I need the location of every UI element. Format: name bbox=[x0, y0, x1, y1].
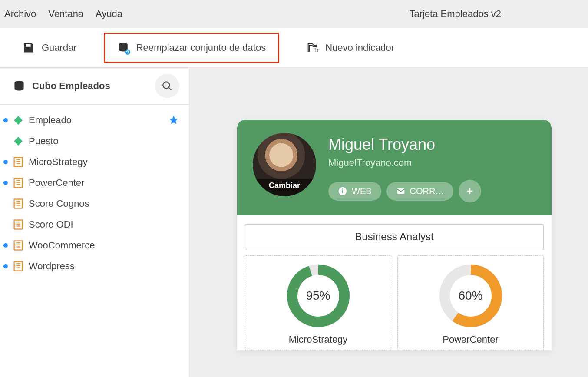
metric-icon bbox=[12, 218, 24, 231]
gauge-chart: 60% bbox=[436, 261, 505, 331]
new-indicator-label: Nuevo indicador bbox=[325, 42, 394, 53]
sidebar-item-label: Score Cognos bbox=[29, 198, 179, 209]
employee-site: MiguelTroyano.com bbox=[328, 157, 481, 169]
replace-dataset-button[interactable]: Reemplazar conjunto de datos bbox=[104, 33, 279, 63]
cube-icon bbox=[13, 80, 25, 92]
gauge-chart: 95% bbox=[284, 261, 353, 331]
info-icon bbox=[338, 186, 347, 196]
sidebar-item-score-odi[interactable]: Score ODI bbox=[0, 214, 189, 235]
search-button[interactable] bbox=[155, 74, 179, 98]
gauge-label: MicroStrategy bbox=[245, 334, 391, 345]
sidebar-item-score-cognos[interactable]: Score Cognos bbox=[0, 193, 189, 214]
sidebar-item-microstrategy[interactable]: MicroStrategy bbox=[0, 152, 189, 172]
svg-point-5 bbox=[163, 82, 169, 88]
sidebar-item-woocommerce[interactable]: WooCommerce bbox=[0, 235, 189, 256]
star-icon[interactable] bbox=[168, 115, 179, 126]
sidebar: Cubo Empleados EmpleadoPuestoMicroStrate… bbox=[0, 68, 189, 377]
metric-icon bbox=[12, 198, 24, 210]
metric-icon bbox=[12, 239, 24, 251]
sidebar-header: Cubo Empleados bbox=[0, 68, 189, 105]
active-dot-icon bbox=[3, 264, 8, 268]
attribute-icon bbox=[12, 135, 24, 147]
save-button[interactable]: Guardar bbox=[13, 36, 86, 60]
svg-rect-7 bbox=[14, 116, 23, 125]
replace-dataset-label: Reemplazar conjunto de datos bbox=[136, 42, 266, 53]
card-header: Cambiar Miguel Troyano MiguelTroyano.com… bbox=[237, 120, 552, 215]
plus-icon bbox=[465, 186, 475, 196]
employee-card: Cambiar Miguel Troyano MiguelTroyano.com… bbox=[237, 120, 552, 350]
menu-ventana[interactable]: Ventana bbox=[48, 8, 83, 20]
save-icon bbox=[23, 42, 35, 54]
page-title: Tarjeta Empleados v2 bbox=[409, 8, 501, 20]
chip-row: WEB CORR… bbox=[328, 180, 481, 202]
search-icon bbox=[162, 80, 173, 92]
web-chip-label: WEB bbox=[352, 186, 372, 196]
canvas: Cambiar Miguel Troyano MiguelTroyano.com… bbox=[189, 68, 588, 377]
new-indicator-button[interactable]: fx Nuevo indicador bbox=[297, 36, 404, 60]
sidebar-item-label: MicroStrategy bbox=[29, 156, 179, 168]
active-dot-icon bbox=[3, 181, 8, 185]
attribute-icon bbox=[12, 114, 24, 126]
database-refresh-icon bbox=[117, 42, 129, 54]
employee-name: Miguel Troyano bbox=[328, 136, 481, 154]
menu-archivo[interactable]: Archivo bbox=[4, 8, 36, 20]
gauge-label: PowerCenter bbox=[398, 334, 543, 345]
sidebar-list: EmpleadoPuestoMicroStrategyPowerCenterSc… bbox=[0, 105, 189, 282]
sidebar-item-label: WooCommerce bbox=[29, 240, 179, 251]
avatar-change-label[interactable]: Cambiar bbox=[253, 179, 316, 196]
sidebar-item-label: Score ODI bbox=[29, 219, 179, 230]
svg-line-6 bbox=[168, 87, 172, 90]
metric-icon bbox=[12, 177, 24, 189]
gauge-row: 95%MicroStrategy60%PowerCenter bbox=[245, 255, 544, 350]
avatar[interactable]: Cambiar bbox=[253, 133, 316, 196]
role-box[interactable]: Business Analyst bbox=[245, 224, 544, 249]
svg-text:fx: fx bbox=[314, 47, 319, 53]
web-chip[interactable]: WEB bbox=[328, 182, 381, 201]
active-dot-icon bbox=[3, 243, 8, 248]
gauge-value: 60% bbox=[436, 261, 505, 331]
header-info: Miguel Troyano MiguelTroyano.com WEB bbox=[328, 133, 481, 202]
cube-title: Cubo Empleados bbox=[32, 80, 155, 92]
svg-rect-35 bbox=[342, 189, 343, 190]
save-label: Guardar bbox=[42, 42, 77, 53]
svg-rect-0 bbox=[29, 44, 30, 46]
svg-rect-8 bbox=[14, 137, 23, 146]
gauge-powercenter[interactable]: 60%PowerCenter bbox=[397, 255, 544, 350]
sidebar-item-label: Puesto bbox=[29, 136, 179, 147]
gauge-value: 95% bbox=[284, 261, 353, 331]
menubar: Archivo Ventana Ayuda Tarjeta Empleados … bbox=[0, 0, 588, 28]
metric-icon bbox=[12, 260, 24, 272]
mail-chip[interactable]: CORR… bbox=[386, 182, 454, 201]
card-body: Business Analyst 95%MicroStrategy60%Powe… bbox=[237, 215, 552, 350]
add-chip[interactable] bbox=[459, 180, 481, 202]
svg-point-2 bbox=[125, 49, 130, 55]
sidebar-item-label: Empleado bbox=[29, 115, 164, 126]
gauge-microstrategy[interactable]: 95%MicroStrategy bbox=[245, 255, 391, 350]
sidebar-item-label: PowerCenter bbox=[29, 177, 179, 188]
sidebar-item-wordpress[interactable]: Wordpress bbox=[0, 256, 189, 277]
svg-rect-34 bbox=[342, 190, 343, 193]
sidebar-item-label: Wordpress bbox=[29, 261, 179, 272]
sidebar-item-empleado[interactable]: Empleado bbox=[0, 110, 189, 131]
menu-ayuda[interactable]: Ayuda bbox=[96, 8, 122, 20]
metric-icon bbox=[12, 156, 24, 168]
mail-icon bbox=[396, 186, 406, 196]
active-dot-icon bbox=[3, 160, 8, 164]
sidebar-item-puesto[interactable]: Puesto bbox=[0, 131, 189, 152]
toolbar: Guardar Reemplazar conjunto de datos fx … bbox=[0, 28, 588, 68]
active-dot-icon bbox=[3, 118, 8, 122]
mail-chip-label: CORR… bbox=[410, 186, 444, 196]
new-indicator-icon: fx bbox=[306, 42, 318, 54]
sidebar-item-powercenter[interactable]: PowerCenter bbox=[0, 172, 189, 193]
